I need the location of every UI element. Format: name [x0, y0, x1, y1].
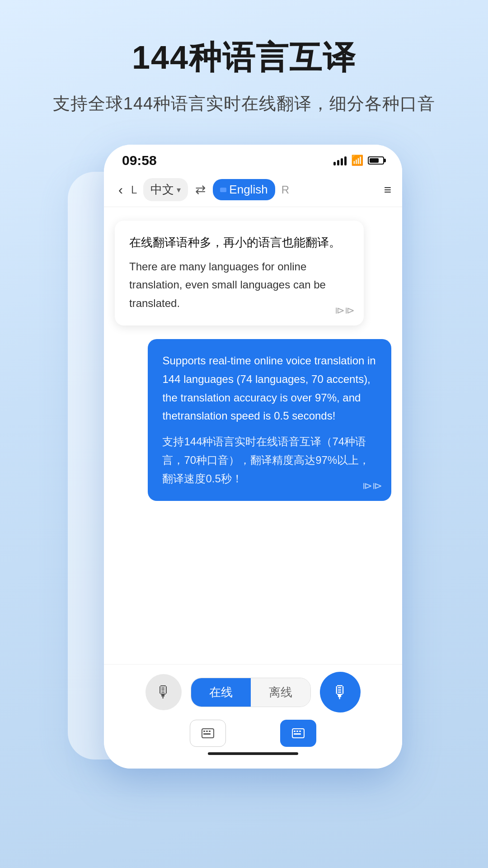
spacer [235, 720, 271, 747]
phone-wrapper: 09:58 📶 ‹ L 中文 ▾ ⇄ [86, 145, 402, 814]
svg-rect-1 [203, 731, 205, 732]
back-button[interactable]: ‹ [115, 180, 127, 199]
lang-left-selector[interactable]: 中文 ▾ [143, 178, 188, 201]
offline-button[interactable]: 离线 [251, 678, 310, 707]
right-bubble-cn-text: 支持144种语言实时在线语音互译（74种语言，70种口音），翻译精度高达97%以… [162, 433, 377, 488]
keyboard-outline-icon [202, 728, 214, 738]
svg-rect-9 [294, 733, 301, 735]
signal-icon [333, 156, 347, 165]
svg-rect-8 [299, 731, 301, 732]
svg-rect-6 [294, 731, 296, 732]
online-button[interactable]: 在线 [191, 678, 251, 707]
lang-right-label: English [229, 183, 267, 197]
speaker-right-icon[interactable]: ⧐⧐ [362, 480, 382, 492]
online-offline-toggle[interactable]: 在线 离线 [191, 678, 311, 707]
svg-rect-2 [206, 731, 208, 732]
home-indicator [208, 752, 298, 755]
wifi-icon: 📶 [351, 155, 363, 166]
battery-icon [368, 156, 384, 165]
lang-right-selector[interactable]: English [213, 179, 275, 200]
speaker-icon[interactable]: ⧐⧐ [335, 305, 355, 316]
status-icons: 📶 [333, 155, 384, 166]
lang-left-label: 中文 [150, 182, 174, 198]
flag-icon [220, 188, 226, 192]
page-title: 144种语言互译 [0, 0, 488, 80]
chat-area: 在线翻译语种多，再小的语言也能翻译。 There are many langua… [104, 207, 402, 614]
page-subtitle: 支持全球144种语言实时在线翻译，细分各种口音 [0, 92, 488, 115]
swap-languages-icon[interactable]: ⇄ [195, 182, 206, 197]
controls-row: 🎙 在线 离线 🎙 [115, 672, 391, 712]
svg-rect-4 [203, 733, 211, 735]
keyboard-right-button[interactable] [280, 720, 316, 747]
left-bubble-cn-text: 在线翻译语种多，再小的语言也能翻译。 [129, 233, 349, 252]
keyboard-left-button[interactable] [190, 720, 226, 747]
keyboard-row [115, 720, 391, 747]
left-bubble: 在线翻译语种多，再小的语言也能翻译。 There are many langua… [115, 221, 364, 326]
lang-left-prefix: L [131, 184, 137, 196]
chevron-down-icon: ▾ [177, 185, 181, 195]
status-bar: 09:58 📶 [104, 145, 402, 173]
menu-icon[interactable]: ≡ [384, 183, 391, 197]
nav-bar: ‹ L 中文 ▾ ⇄ English R ≡ [104, 173, 402, 207]
right-bubble: Supports real-time online voice translat… [148, 339, 391, 501]
status-time: 09:58 [122, 153, 157, 168]
svg-rect-7 [296, 731, 298, 732]
phone-frame: 09:58 📶 ‹ L 中文 ▾ ⇄ [104, 145, 402, 769]
mic-right-button[interactable]: 🎙 [320, 672, 361, 712]
lang-right-suffix: R [282, 184, 289, 196]
mic-left-button[interactable]: 🎙 [145, 674, 182, 710]
bottom-bar: 🎙 在线 离线 🎙 [104, 664, 402, 769]
keyboard-filled-icon [292, 728, 305, 738]
right-bubble-en-text: Supports real-time online voice translat… [162, 352, 377, 425]
svg-rect-3 [209, 731, 211, 732]
left-bubble-en-text: There are many languages for online tran… [129, 258, 349, 313]
